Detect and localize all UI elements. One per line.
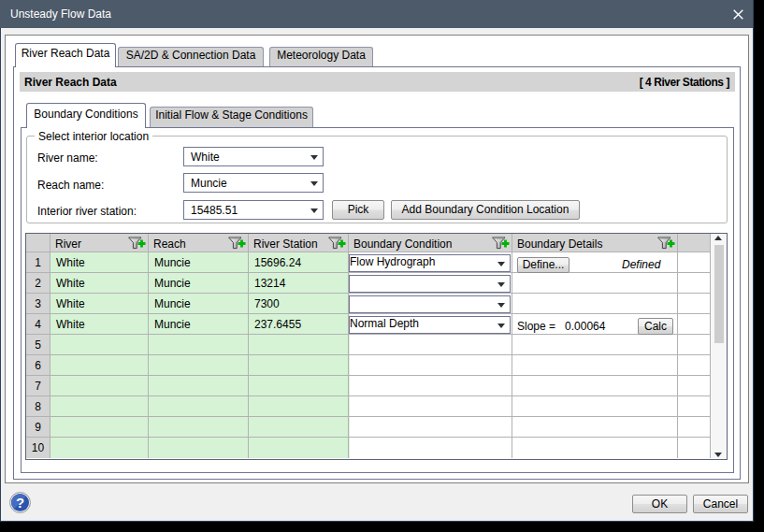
svg-text:?: ? — [16, 495, 24, 510]
